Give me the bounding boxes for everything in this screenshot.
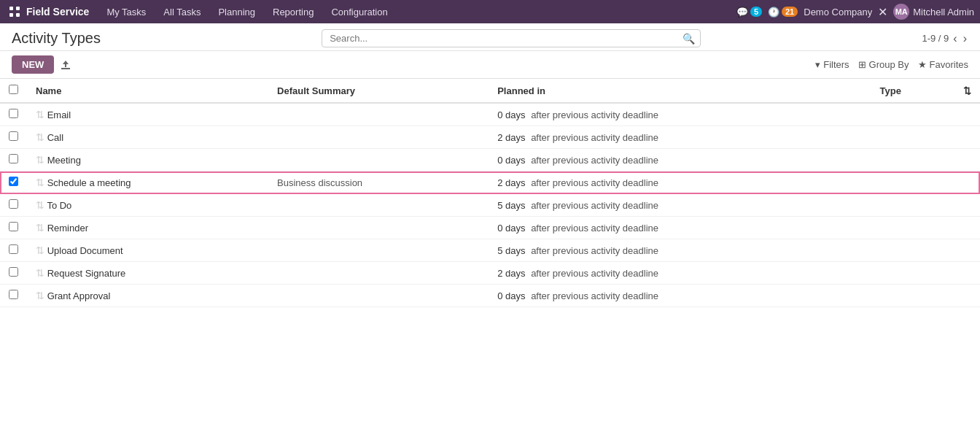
groupby-icon: ⊞ [858,59,866,70]
table-row[interactable]: ⇅ Schedule a meeting Business discussion… [0,171,980,194]
row-checkbox-cell[interactable] [0,262,27,285]
row-checkbox-cell[interactable] [0,239,27,262]
drag-handle-icon[interactable]: ⇅ [36,244,44,256]
group-by-button[interactable]: ⊞ Group By [858,59,909,70]
nav-my-tasks[interactable]: My Tasks [98,0,155,23]
row-summary-cell [268,126,489,149]
table-row[interactable]: ⇅ Upload Document 5 days after previous … [0,239,980,262]
row-checkbox-cell[interactable] [0,103,27,126]
row-planned-cell: 5 days after previous activity deadline [489,239,871,262]
row-planned-cell: 0 days after previous activity deadline [489,103,871,126]
app-name: Field Service [26,6,89,18]
row-checkbox-cell[interactable] [0,149,27,171]
nav-reporting[interactable]: Reporting [264,0,322,23]
filter-icon: ▾ [815,59,820,70]
row-checkbox[interactable] [9,154,18,163]
search-input[interactable] [322,29,701,47]
row-name: To Do [47,200,71,211]
filters-button[interactable]: ▾ Filters [815,59,849,70]
user-name: Mitchell Admin [913,7,974,18]
settings-icon[interactable]: ✕ [878,5,887,19]
table-row[interactable]: ⇅ Meeting 0 days after previous activity… [0,149,980,171]
row-name: Reminder [47,223,88,234]
row-summary-cell [268,149,489,171]
drag-handle-icon[interactable]: ⇅ [36,109,44,120]
table-wrapper: Name Default Summary Planned in Type ⇅ ⇅… [0,79,980,307]
table-row[interactable]: ⇅ Reminder 0 days after previous activit… [0,217,980,239]
clock-icon: 🕐 [768,7,779,18]
row-checkbox[interactable] [9,131,18,141]
avatar-initials: MA [895,7,908,16]
new-button[interactable]: NEW [12,55,54,74]
row-checkbox-cell[interactable] [0,171,27,194]
activity-button[interactable]: 🕐 21 [768,7,798,18]
user-menu[interactable]: MA Mitchell Admin [893,4,974,20]
nav-configuration[interactable]: Configuration [322,0,396,23]
company-name: Demo Company [804,7,872,18]
drag-handle-icon[interactable]: ⇅ [36,131,44,143]
drag-handle-icon[interactable]: ⇅ [36,290,44,301]
row-type-cell [871,217,954,239]
table-row[interactable]: ⇅ To Do 5 days after previous activity d… [0,194,980,217]
apps-icon[interactable] [6,3,23,20]
row-checkbox-cell[interactable] [0,194,27,217]
chat-button[interactable]: 💬 5 [736,7,762,18]
table-row[interactable]: ⇅ Email 0 days after previous activity d… [0,103,980,126]
row-checkbox[interactable] [9,199,18,209]
row-after: after previous activity deadline [531,200,658,211]
row-summary: Business discussion [277,177,362,188]
row-checkbox[interactable] [9,290,18,299]
row-days: 5 days [497,200,525,211]
row-checkbox[interactable] [9,109,18,118]
table-row[interactable]: ⇅ Grant Approval 0 days after previous a… [0,285,980,307]
row-checkbox-cell[interactable] [0,126,27,149]
row-checkbox-cell[interactable] [0,285,27,307]
drag-handle-icon[interactable]: ⇅ [36,154,44,166]
drag-handle-icon[interactable]: ⇅ [36,177,44,188]
th-adjust[interactable]: ⇅ [954,79,980,103]
row-summary-cell [268,194,489,217]
row-planned-cell: 2 days after previous activity deadline [489,126,871,149]
svg-rect-3 [16,13,20,17]
favorites-button[interactable]: ★ Favorites [918,59,968,70]
select-all-header[interactable] [0,79,27,103]
row-planned-cell: 0 days after previous activity deadline [489,149,871,171]
row-checkbox[interactable] [9,244,18,254]
th-name: Name [27,79,268,103]
row-name: Upload Document [47,245,123,256]
row-after: after previous activity deadline [531,155,658,166]
row-after: after previous activity deadline [531,177,658,188]
drag-handle-icon[interactable]: ⇅ [36,199,44,211]
nav-planning[interactable]: Planning [209,0,264,23]
row-adjust-cell [954,239,980,262]
prev-page-button[interactable]: ‹ [952,31,958,47]
toolbar: NEW ▾ Filters ⊞ Group By ★ Favorites [0,51,980,79]
filters-label: Filters [823,59,849,70]
drag-handle-icon[interactable]: ⇅ [36,267,44,279]
row-days: 0 days [497,290,525,301]
row-checkbox-cell[interactable] [0,217,27,239]
row-checkbox[interactable] [9,177,18,186]
row-adjust-cell [954,262,980,285]
table-row[interactable]: ⇅ Request Signature 2 days after previou… [0,262,980,285]
chat-icon: 💬 [736,7,748,18]
topbar-right: 💬 5 🕐 21 Demo Company ✕ MA Mitchell Admi… [736,4,974,20]
next-page-button[interactable]: › [962,31,968,47]
upload-button[interactable] [60,59,71,71]
row-name: Call [47,132,63,143]
drag-handle-icon[interactable]: ⇅ [36,222,44,234]
row-after: after previous activity deadline [531,132,658,143]
select-all-checkbox[interactable] [9,85,18,94]
row-checkbox[interactable] [9,267,18,277]
row-name: Request Signature [47,268,126,279]
row-type-cell [871,194,954,217]
table-row[interactable]: ⇅ Call 2 days after previous activity de… [0,126,980,149]
row-days: 0 days [497,155,525,166]
row-adjust-cell [954,126,980,149]
row-checkbox[interactable] [9,222,18,231]
row-type-cell [871,239,954,262]
row-planned-cell: 2 days after previous activity deadline [489,171,871,194]
activity-badge: 21 [782,7,798,17]
star-icon: ★ [918,59,927,70]
nav-all-tasks[interactable]: All Tasks [155,0,209,23]
